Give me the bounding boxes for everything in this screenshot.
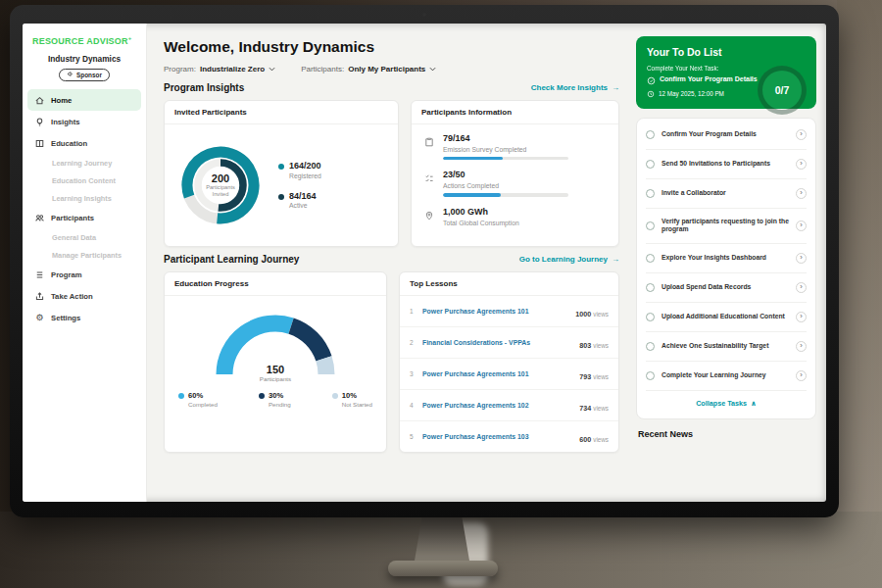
info-label: Emission Survey Completed [443, 146, 568, 153]
task-checkbox[interactable] [646, 189, 655, 198]
sidebar-nav: Home Insights Education Learning Journey [23, 89, 146, 328]
chevron-right-icon[interactable]: › [796, 370, 807, 381]
sponsor-badge[interactable]: Sponsor [59, 69, 110, 81]
sidebar-item-education[interactable]: Education [27, 132, 141, 154]
sidebar-item-general-data[interactable]: General Data [27, 228, 141, 246]
lesson-link[interactable]: Power Purchase Agreements 101 [422, 308, 568, 315]
chevron-right-icon[interactable]: › [796, 159, 807, 170]
legend-value: 84/164 [289, 192, 317, 202]
invited-participants-card: Invited Participants 200 [164, 100, 399, 247]
program-filter-dropdown[interactable]: Program: Industrialize Zero [164, 65, 275, 74]
lesson-row[interactable]: 1 Power Purchase Agreements 101 1000view… [400, 296, 618, 327]
task-item[interactable]: Confirm Your Program Details › [646, 121, 807, 150]
page-title: Welcome, Industry Dynamics [164, 38, 619, 56]
sidebar-item-program[interactable]: Program [27, 264, 141, 285]
recent-news-heading: Recent News [636, 429, 816, 439]
todo-progress-ring: 0/7 [758, 66, 807, 115]
collapse-tasks-link[interactable]: Collapse Tasks ∧ [646, 391, 807, 416]
chevron-right-icon[interactable]: › [796, 341, 807, 352]
lesson-link[interactable]: Power Purchase Agreements 101 [422, 370, 572, 377]
todo-tasks-card: Confirm Your Program Details › Send 50 I… [636, 118, 816, 420]
todo-next-task[interactable]: Confirm Your Program Details [647, 75, 766, 85]
task-item[interactable]: Achieve One Sustainability Target › [646, 332, 807, 362]
legend-label: Pending [259, 401, 291, 408]
sidebar-item-learning-insights[interactable]: Learning Insights [27, 189, 141, 207]
task-checkbox[interactable] [646, 283, 655, 292]
sidebar-item-home[interactable]: Home [27, 89, 141, 111]
sidebar-item-education-content[interactable]: Education Content [27, 172, 141, 189]
task-item[interactable]: Invite a Collaborator › [646, 179, 807, 209]
legend-dot-not-started [332, 393, 338, 399]
brand-logo[interactable]: RESOURCE ADVISOR+ [23, 31, 146, 53]
lesson-views: 803views [579, 334, 609, 352]
lesson-link[interactable]: Financial Considerations - VPPAs [422, 339, 572, 346]
task-item[interactable]: Complete Your Learning Journey › [646, 362, 807, 391]
check-more-insights-link[interactable]: Check More Insights → [531, 83, 619, 92]
checklist-icon [423, 171, 435, 182]
program-filter-label: Program: [164, 65, 196, 74]
sidebar-item-learning-journey[interactable]: Learning Journey [27, 154, 141, 172]
lesson-link[interactable]: Power Purchase Agreements 103 [422, 433, 572, 440]
legend-item-registered: 164/200 Registered [278, 162, 321, 179]
sidebar-item-label: Program [51, 270, 82, 279]
sidebar-item-label: Insights [51, 118, 79, 126]
program-filter-value: Industrialize Zero [200, 65, 265, 74]
lesson-row[interactable]: 5 Power Purchase Agreements 103 600views [400, 421, 618, 452]
progress-bar-fill [443, 193, 501, 197]
filters-row: Program: Industrialize Zero Participants… [164, 65, 619, 74]
task-item[interactable]: Send 50 Invitations to Participants › [646, 150, 807, 179]
legend-item-active: 84/164 Active [278, 192, 321, 210]
gear-icon: ⚙ [34, 313, 45, 323]
location-pin-icon [423, 208, 435, 220]
chevron-right-icon[interactable]: › [796, 129, 807, 140]
task-item[interactable]: Explore Your Insights Dashboard › [646, 244, 807, 273]
lesson-row[interactable]: 2 Financial Considerations - VPPAs 803vi… [400, 327, 618, 359]
brand-plus: + [128, 35, 132, 41]
chevron-down-icon [429, 67, 436, 72]
card-title: Education Progress [165, 272, 386, 296]
chevron-right-icon[interactable]: › [796, 188, 807, 199]
task-item[interactable]: Verify participants requesting to join t… [646, 209, 807, 245]
task-checkbox[interactable] [646, 130, 655, 139]
lesson-link[interactable]: Power Purchase Agreements 102 [422, 402, 572, 409]
lesson-rank: 2 [410, 339, 416, 346]
chevron-right-icon[interactable]: › [796, 312, 807, 322]
task-item[interactable]: Upload Additional Educational Content › [646, 303, 807, 332]
sidebar-item-take-action[interactable]: Take Action [27, 285, 141, 307]
legend-item-not-started: 10% Not Started [332, 391, 372, 408]
sidebar-item-insights[interactable]: Insights [27, 111, 141, 132]
dashboard-screen: RESOURCE ADVISOR+ Industry Dynamics Spon… [23, 24, 826, 502]
lesson-row[interactable]: 3 Power Purchase Agreements 101 793views [400, 359, 618, 390]
sidebar-item-manage-participants[interactable]: Manage Participants [27, 246, 141, 264]
gauge-label: Participants [202, 375, 349, 382]
lesson-views: 1000views [575, 303, 609, 320]
task-checkbox[interactable] [646, 313, 655, 321]
task-checkbox[interactable] [646, 254, 655, 263]
chevron-right-icon[interactable]: › [796, 282, 807, 293]
lesson-rank: 5 [410, 433, 416, 440]
sidebar-item-label: Home [51, 96, 72, 105]
chevron-right-icon[interactable]: › [796, 253, 807, 264]
legend-dot-active [278, 194, 284, 200]
task-checkbox[interactable] [646, 371, 655, 380]
task-item[interactable]: Upload Spend Data Records › [646, 273, 807, 303]
task-checkbox[interactable] [646, 160, 655, 169]
task-checkbox[interactable] [646, 342, 655, 351]
legend-value: 60% [188, 391, 203, 400]
sidebar-item-label: Settings [51, 314, 80, 322]
legend-label: Not Started [332, 401, 372, 408]
home-icon [34, 95, 45, 106]
sponsor-icon [67, 71, 74, 78]
task-label: Verify participants requesting to join t… [662, 218, 789, 235]
lesson-row[interactable]: 4 Power Purchase Agreements 102 734views [400, 390, 618, 421]
collapse-caret-icon: ∧ [751, 399, 757, 408]
participants-filter-dropdown[interactable]: Participants: Only My Participants [301, 65, 436, 74]
program-insights-header: Program Insights Check More Insights → [164, 82, 619, 93]
chevron-right-icon[interactable]: › [796, 220, 807, 231]
go-to-learning-journey-link[interactable]: Go to Learning Journey → [519, 255, 619, 264]
task-checkbox[interactable] [646, 221, 655, 230]
participants-filter-label: Participants: [301, 65, 344, 74]
sidebar-item-settings[interactable]: ⚙ Settings [27, 307, 141, 328]
sidebar-item-participants[interactable]: Participants [27, 207, 141, 228]
lesson-views: 600views [579, 428, 609, 446]
